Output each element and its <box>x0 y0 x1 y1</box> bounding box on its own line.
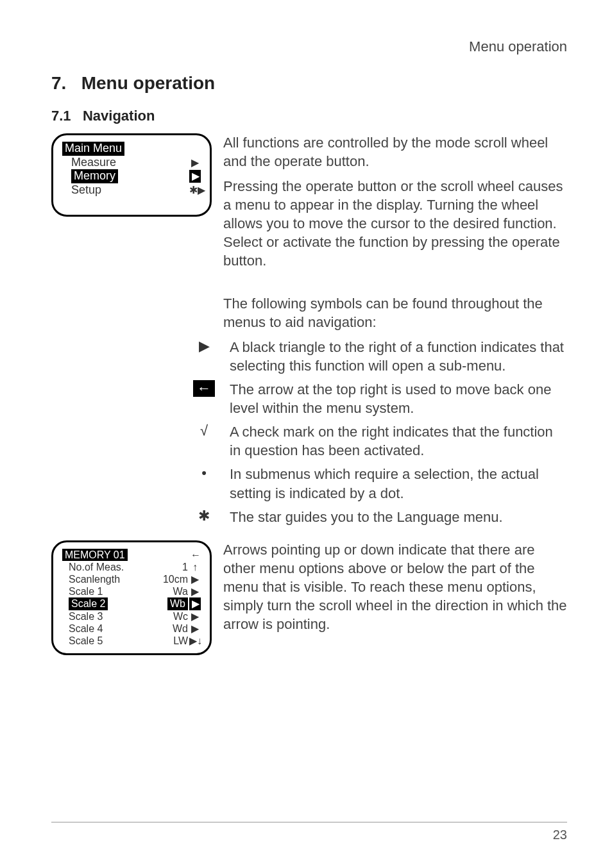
symbol-legend: ▶ A black triangle to the right of a fun… <box>191 338 567 531</box>
lcd2-row-val: Wa <box>173 585 189 597</box>
subsection-heading: 7.1 Navigation <box>51 108 567 124</box>
paragraph: Arrows pointing up or down indicate that… <box>223 540 567 633</box>
lcd2-row-label: No.of Meas. <box>69 561 182 573</box>
lcd1-row-label: Memory <box>71 169 118 183</box>
lcd2-row-label: Scale 3 <box>69 610 173 622</box>
paragraph: Pressing the operate button or the scrol… <box>223 177 567 270</box>
triangle-icon: ▶ <box>189 585 201 597</box>
triangle-icon: ▶ <box>189 597 201 610</box>
legend-row: ▶ A black triangle to the right of a fun… <box>191 338 567 375</box>
lcd2-row-label: Scale 4 <box>69 622 173 635</box>
lcd2-row: Scale 2 Wb ▶ <box>62 597 201 610</box>
lcd2-row: Scale 3 Wc ▶ <box>62 610 201 622</box>
triangle-icon: ▶ <box>189 610 201 622</box>
lcd2-row: Scale 1 Wa ▶ <box>62 585 201 597</box>
legend-desc: A black triangle to the right of a funct… <box>230 338 567 375</box>
lcd2-row-val: 1 <box>182 561 189 573</box>
lcd2-row-val: Wc <box>173 610 189 622</box>
legend-desc: The star guides you to the Language menu… <box>230 508 567 526</box>
section-title: Menu operation <box>81 73 215 93</box>
lcd2-row: Scanlength 10cm ▶ <box>62 573 201 585</box>
back-arrow-icon: ← <box>191 549 201 561</box>
lcd1-row: Setup ✱▶ <box>62 183 201 197</box>
check-icon: √ <box>191 422 217 439</box>
paragraph: The following symbols can be found throu… <box>223 294 567 331</box>
triangle-icon: ▶ <box>189 573 201 585</box>
star-triangle-icon: ✱▶ <box>189 184 201 196</box>
triangle-icon: ▶ <box>189 622 201 635</box>
subsection-title: Navigation <box>83 108 155 124</box>
lcd-memory: MEMORY 01 ← No.of Meas. 1 ↑ Scanlength 1… <box>51 540 212 656</box>
legend-row: ✱ The star guides you to the Language me… <box>191 508 567 526</box>
triangle-icon: ▶ <box>189 170 201 182</box>
lcd2-row-label: Scanlength <box>69 573 163 585</box>
running-header: Menu operation <box>51 38 567 55</box>
legend-row: • In submenus which require a selection,… <box>191 465 567 502</box>
triangle-icon: ▶ <box>191 338 217 355</box>
lcd2-title: MEMORY 01 <box>62 549 128 561</box>
lcd2-row-val: LW <box>173 635 189 647</box>
lcd2-row: Scale 5 LW ▶↓ <box>62 635 201 647</box>
lcd2-row: Scale 4 Wd ▶ <box>62 622 201 635</box>
triangle-down-icon: ▶↓ <box>189 635 201 647</box>
subsection-number: 7.1 <box>51 108 71 124</box>
lcd2-row: No.of Meas. 1 ↑ <box>62 561 201 573</box>
section-number: 7. <box>51 73 66 93</box>
section-heading: 7. Menu operation <box>51 73 567 94</box>
page-number: 23 <box>553 828 567 842</box>
back-arrow-icon: ← <box>191 380 217 397</box>
lcd2-row-val: Wb <box>167 597 188 610</box>
paragraph: All functions are controlled by the mode… <box>223 133 567 171</box>
lcd2-row-val: 10cm <box>163 573 189 585</box>
legend-row: √ A check mark on the right indicates th… <box>191 422 567 460</box>
lcd2-row-label: Scale 1 <box>69 585 173 597</box>
legend-desc: The arrow at the top right is used to mo… <box>230 380 567 417</box>
lcd2-row-label: Scale 5 <box>69 635 173 647</box>
lcd2-row-label: Scale 2 <box>69 597 108 610</box>
triangle-icon: ▶ <box>189 156 201 169</box>
dot-icon: • <box>191 465 217 481</box>
lcd1-row-label: Setup <box>71 183 189 197</box>
up-arrow-icon: ↑ <box>189 561 201 573</box>
lcd-main-menu: Main Menu Measure ▶ Memory ▶ Setup ✱▶ <box>51 133 212 217</box>
lcd1-row: Measure ▶ <box>62 156 201 170</box>
lcd1-row-label: Measure <box>71 156 189 170</box>
legend-row: ← The arrow at the top right is used to … <box>191 380 567 417</box>
lcd2-row-val: Wd <box>173 622 189 635</box>
lcd1-title: Main Menu <box>62 142 124 156</box>
legend-desc: In submenus which require a selection, t… <box>230 465 567 502</box>
lcd1-row: Memory ▶ <box>62 169 201 183</box>
legend-desc: A check mark on the right indicates that… <box>230 422 567 460</box>
star-icon: ✱ <box>191 508 217 524</box>
page-footer: 23 <box>51 822 567 842</box>
